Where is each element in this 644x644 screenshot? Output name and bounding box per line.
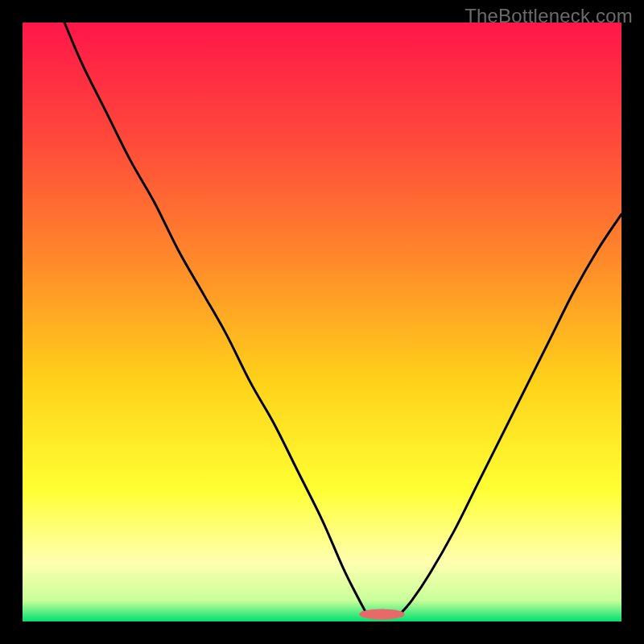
- optimal-marker: [359, 609, 405, 619]
- bottleneck-chart: [0, 0, 644, 644]
- gradient-background: [23, 23, 621, 621]
- chart-frame: TheBottleneck.com: [0, 0, 644, 644]
